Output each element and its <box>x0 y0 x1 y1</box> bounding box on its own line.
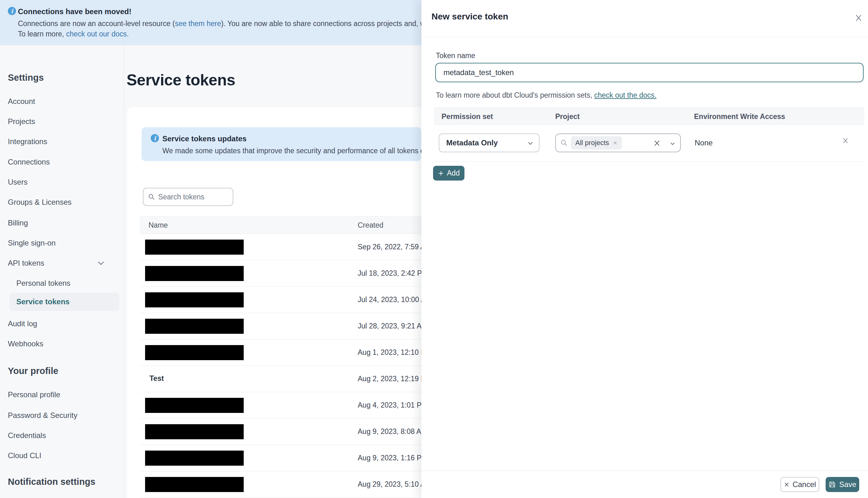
banner-text: Connections are now an account-level res… <box>18 19 465 28</box>
search-icon <box>148 193 155 201</box>
see-them-here-link[interactable]: see them here <box>175 19 221 28</box>
cancel-button[interactable]: Cancel <box>780 477 819 492</box>
token-name-input[interactable] <box>435 63 864 82</box>
project-chip-label: All projects <box>575 139 609 147</box>
info-icon <box>8 7 16 15</box>
search-tokens-box[interactable] <box>143 188 233 206</box>
search-icon <box>560 139 568 147</box>
page-title: Service tokens <box>127 71 235 89</box>
banner-text-pre: Connections are now an account-level res… <box>18 19 175 28</box>
remove-chip-icon[interactable] <box>613 141 617 145</box>
column-header-name: Name <box>148 221 168 230</box>
chevron-down-icon <box>528 140 532 145</box>
helper-text: To learn more about dbt Cloud's permissi… <box>436 91 594 99</box>
permission-helper-text: To learn more about dbt Cloud's permissi… <box>436 91 656 100</box>
chevron-down-icon <box>98 259 104 265</box>
redacted-name <box>145 319 244 334</box>
your-profile-heading: Your profile <box>8 366 58 376</box>
service-tokens-updates-banner: Service tokens updates We made some upda… <box>142 127 421 161</box>
check-docs-link[interactable]: check out the docs. <box>594 91 656 99</box>
plus-icon <box>438 170 444 176</box>
close-icon[interactable] <box>854 13 864 23</box>
save-button-label: Save <box>839 480 856 489</box>
redacted-name <box>145 450 244 466</box>
notification-settings-heading: Notification settings <box>8 477 95 487</box>
banner-title: Connections have been moved! <box>18 7 131 16</box>
project-chip: All projects <box>571 136 622 149</box>
banner-learn-more: To learn more, <box>18 30 66 38</box>
column-permission-set: Permission set <box>442 113 493 121</box>
column-header-created: Created <box>358 221 383 230</box>
sidebar-item-users[interactable]: Users <box>8 177 28 187</box>
cancel-button-label: Cancel <box>793 480 816 489</box>
info-box-text: We made some updates that improve the se… <box>162 147 444 155</box>
check-docs-link[interactable]: check out our docs. <box>66 30 129 38</box>
settings-sidebar: Settings Account Projects Integrations C… <box>0 45 124 498</box>
close-icon <box>784 482 789 487</box>
sidebar-item-audit-log[interactable]: Audit log <box>8 319 37 329</box>
search-tokens-input[interactable] <box>158 193 228 201</box>
redacted-name <box>145 345 244 360</box>
redacted-name <box>145 292 244 307</box>
save-icon <box>828 481 836 488</box>
info-icon <box>151 134 159 142</box>
permissions-header-row: Permission set Project Environment Write… <box>434 108 864 124</box>
sidebar-item-account[interactable]: Account <box>8 96 35 106</box>
permission-set-value: Metadata Only <box>446 139 498 147</box>
project-multiselect[interactable]: All projects <box>555 133 681 152</box>
sidebar-item-api-tokens[interactable]: API tokens <box>8 258 115 268</box>
sidebar-item-cloud-cli[interactable]: Cloud CLI <box>8 450 41 461</box>
chevron-down-icon <box>670 141 674 145</box>
sidebar-item-integrations[interactable]: Integrations <box>8 136 47 147</box>
token-name-cell: Test <box>149 374 164 383</box>
sidebar-item-groups-licenses[interactable]: Groups & Licenses <box>8 197 71 207</box>
sidebar-item-credentials[interactable]: Credentials <box>8 431 46 441</box>
redacted-name <box>145 424 244 439</box>
remove-row-icon[interactable] <box>840 135 851 147</box>
settings-heading: Settings <box>8 73 44 83</box>
redacted-name <box>145 477 244 492</box>
sidebar-item-personal-tokens[interactable]: Personal tokens <box>16 278 70 288</box>
sidebar-item-webhooks[interactable]: Webhooks <box>8 339 43 349</box>
sidebar-item-personal-profile[interactable]: Personal profile <box>8 390 60 400</box>
new-service-token-drawer: New service token Token name To learn mo… <box>421 0 868 498</box>
column-project: Project <box>555 113 580 121</box>
banner-text-2: To learn more, check out our docs. <box>18 30 129 38</box>
permission-row: Metadata Only All projects None <box>434 124 864 162</box>
add-button[interactable]: Add <box>433 166 464 181</box>
redacted-name <box>145 266 244 281</box>
sidebar-item-label: API tokens <box>8 259 44 267</box>
sidebar-item-projects[interactable]: Projects <box>8 117 35 127</box>
permission-set-select[interactable]: Metadata Only <box>439 133 540 152</box>
created-cell: Jul 24, 2023, 10:00 AM <box>358 296 432 304</box>
column-env-write-access: Environment Write Access <box>694 113 785 121</box>
sidebar-item-service-tokens[interactable]: Service tokens <box>16 297 69 307</box>
save-button[interactable]: Save <box>826 477 859 492</box>
add-button-label: Add <box>447 169 460 178</box>
clear-selection-icon[interactable] <box>653 140 661 148</box>
sidebar-item-billing[interactable]: Billing <box>8 218 28 228</box>
redacted-name <box>145 398 244 413</box>
redacted-name <box>145 239 244 255</box>
env-write-access-value: None <box>695 139 712 147</box>
sidebar-item-single-sign-on[interactable]: Single sign-on <box>8 238 56 248</box>
drawer-title: New service token <box>432 12 508 22</box>
drawer-header: New service token <box>421 0 868 37</box>
sidebar-item-connections[interactable]: Connections <box>8 157 50 167</box>
token-name-label: Token name <box>436 52 475 60</box>
drawer-footer: Cancel Save <box>421 470 868 498</box>
info-box-title: Service tokens updates <box>162 134 247 143</box>
sidebar-item-password-security[interactable]: Password & Security <box>8 410 77 420</box>
